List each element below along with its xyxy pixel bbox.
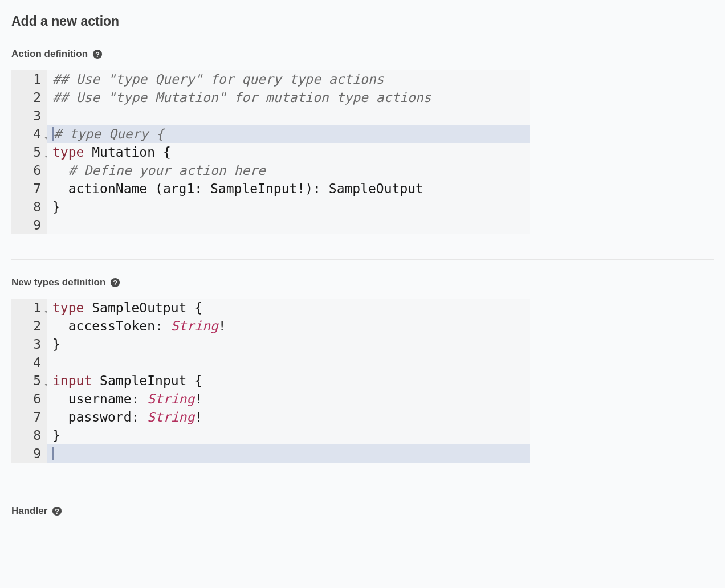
code-line[interactable] [47,444,530,463]
code-line[interactable]: type SampleOutput { [47,299,530,317]
code-token: ## Use "type Query" for query type actio… [52,72,384,87]
section-divider [11,259,714,260]
line-number: 9 [11,444,47,463]
code-line[interactable]: password: String! [47,408,530,426]
code-line[interactable]: type Mutation { [47,143,530,161]
code-token: # Define your action here [68,163,266,178]
code-token: : [131,410,139,424]
code-token [84,300,92,315]
cursor [52,447,54,460]
handler-label-text: Handler [11,505,47,517]
code-line[interactable]: ## Use "type Mutation" for mutation type… [47,88,530,107]
code-line[interactable]: } [47,198,530,216]
line-number: 5▾ [11,371,47,390]
page-title: Add a new action [11,14,714,29]
new-types-definition-label: New types definition ? [11,277,714,288]
editor-body[interactable]: ## Use "type Query" for query type actio… [47,70,530,234]
code-token: username [68,391,132,406]
code-line[interactable]: accessToken: String! [47,317,530,335]
code-token: actionName [68,181,147,196]
code-token [84,145,92,160]
line-number: 6 [11,390,47,408]
code-token [52,181,68,196]
line-number: 7 [11,179,47,198]
code-line[interactable]: # Define your action here [47,161,530,179]
code-token [52,391,68,406]
code-token: ! [194,391,202,406]
code-token: SampleInput [100,373,186,388]
code-token: String [147,410,194,424]
editor-gutter: 1234▾5▾6789 [11,70,47,234]
code-token: input [52,373,92,388]
code-token: ! [218,318,226,333]
line-number: 8 [11,426,47,444]
code-token: : [313,181,321,196]
code-token: SampleOutput [92,300,186,315]
help-icon[interactable]: ? [92,49,103,59]
code-line[interactable]: } [47,426,530,444]
svg-text:?: ? [55,508,60,516]
code-token [52,410,68,424]
line-number: 8 [11,198,47,216]
code-token [139,410,147,424]
code-token: { [163,145,171,160]
code-token: ! [297,181,305,196]
line-number: 3 [11,107,47,125]
line-number: 4▾ [11,125,47,143]
code-token [147,181,155,196]
code-token: Mutation [92,145,155,160]
code-token [163,318,171,333]
code-token: SampleOutput [329,181,423,196]
code-token: accessToken [68,318,155,333]
code-line[interactable]: actionName (arg1: SampleInput!): SampleO… [47,179,530,198]
code-line[interactable]: input SampleInput { [47,371,530,390]
code-token: } [52,199,60,214]
action-definition-editor[interactable]: 1234▾5▾6789 ## Use "type Query" for quer… [11,70,530,234]
svg-text:?: ? [95,51,100,59]
code-token: ! [194,410,202,424]
code-token: String [171,318,218,333]
line-number: 9 [11,216,47,234]
code-token [52,318,68,333]
help-icon[interactable]: ? [110,277,120,288]
code-token: password [68,410,132,424]
handler-label: Handler ? [11,505,714,517]
help-icon[interactable]: ? [52,506,62,516]
code-line[interactable]: ## Use "type Query" for query type actio… [47,70,530,88]
new-types-definition-editor[interactable]: 1▾2345▾6789 type SampleOutput { accessTo… [11,299,530,463]
line-number: 2 [11,317,47,335]
code-token [92,373,100,388]
action-definition-label-text: Action definition [11,48,88,60]
action-definition-label: Action definition ? [11,48,714,60]
code-token [186,373,194,388]
line-number: 1▾ [11,299,47,317]
code-token: } [52,337,60,352]
svg-text:?: ? [113,279,118,287]
line-number: 1 [11,70,47,88]
code-token: # type Query { [54,126,164,141]
code-token: : [131,391,139,406]
code-line[interactable] [47,216,530,234]
new-types-definition-label-text: New types definition [11,277,105,288]
editor-body[interactable]: type SampleOutput { accessToken: String!… [47,299,530,463]
section-divider [11,488,714,488]
code-token: { [194,300,202,315]
code-line[interactable]: # type Query { [47,125,530,143]
code-line[interactable] [47,107,530,125]
code-token: ## Use "type Mutation" for mutation type… [52,90,431,105]
code-token: arg1 [163,181,194,196]
code-line[interactable]: } [47,335,530,353]
editor-gutter: 1▾2345▾6789 [11,299,47,463]
code-token [155,145,163,160]
code-token [52,163,68,178]
code-token: type [52,300,84,315]
code-token: ( [155,181,163,196]
code-line[interactable] [47,353,530,371]
code-token [139,391,147,406]
code-token [186,300,194,315]
code-token: : [194,181,202,196]
code-token [202,181,210,196]
code-line[interactable]: username: String! [47,390,530,408]
line-number: 4 [11,353,47,371]
line-number: 2 [11,88,47,107]
